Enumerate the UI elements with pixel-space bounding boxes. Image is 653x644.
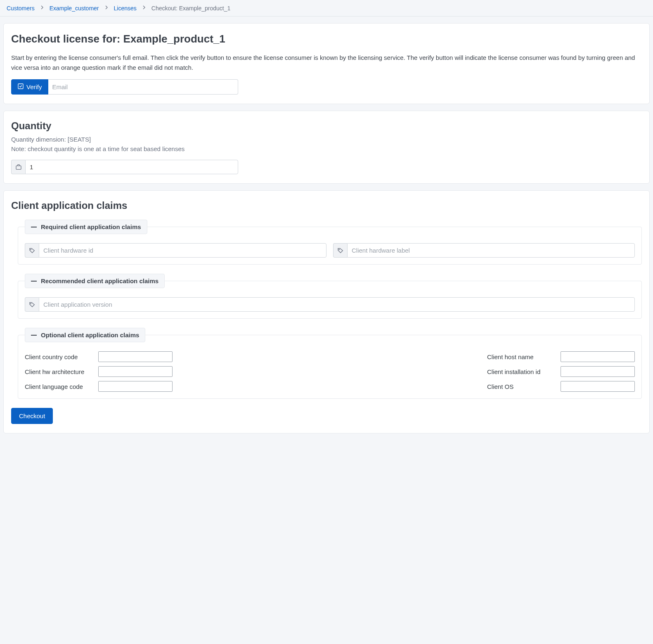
- country-code-label: Client country code: [25, 353, 95, 360]
- chevron-right-icon: [37, 4, 47, 12]
- checkout-button-label: Checkout: [19, 412, 45, 419]
- quantity-note: Note: checkout quantity is one at a time…: [11, 145, 642, 152]
- country-code-input[interactable]: [98, 351, 173, 362]
- language-code-label: Client language code: [25, 383, 95, 390]
- verify-button-label: Verify: [26, 83, 42, 90]
- breadcrumb-link-customer[interactable]: Example_customer: [50, 5, 99, 12]
- checkout-description: Start by entering the license consumer's…: [11, 53, 642, 73]
- svg-point-3: [339, 249, 339, 249]
- svg-point-4: [31, 303, 31, 303]
- hw-arch-input[interactable]: [98, 366, 173, 377]
- os-input[interactable]: [561, 381, 635, 392]
- claims-title: Client application claims: [11, 200, 642, 211]
- os-label: Client OS: [487, 383, 557, 390]
- tag-icon: [25, 297, 39, 312]
- recommended-claims-fieldset: Recommended client application claims: [18, 274, 642, 319]
- breadcrumb-link-licenses[interactable]: Licenses: [114, 5, 137, 12]
- svg-point-2: [31, 249, 31, 249]
- optional-claims-legend-label: Optional client application claims: [41, 331, 139, 339]
- chevron-right-icon: [102, 4, 111, 12]
- recommended-claims-legend[interactable]: Recommended client application claims: [25, 274, 165, 288]
- collapse-icon: [31, 227, 37, 227]
- quantity-input[interactable]: [25, 160, 238, 174]
- breadcrumb: Customers Example_customer Licenses Chec…: [0, 0, 653, 17]
- client-app-version-input[interactable]: [39, 297, 635, 312]
- tag-icon: [333, 243, 347, 258]
- host-name-label: Client host name: [487, 353, 557, 360]
- svg-rect-0: [18, 84, 23, 89]
- optional-claims-legend[interactable]: Optional client application claims: [25, 328, 145, 342]
- check-square-icon: [17, 83, 24, 91]
- installation-id-label: Client installation id: [487, 368, 557, 375]
- required-claims-legend[interactable]: Required client application claims: [25, 220, 147, 234]
- breadcrumb-current: Checkout: Example_product_1: [151, 5, 230, 12]
- page-title: Checkout license for: Example_product_1: [11, 33, 642, 45]
- language-code-input[interactable]: [98, 381, 173, 392]
- quantity-title: Quantity: [11, 120, 642, 132]
- breadcrumb-link-customers[interactable]: Customers: [7, 5, 35, 12]
- claims-section: Client application claims Required clien…: [3, 190, 650, 433]
- hw-arch-label: Client hw architecture: [25, 368, 95, 375]
- collapse-icon: [31, 335, 37, 336]
- required-claims-legend-label: Required client application claims: [41, 223, 141, 230]
- briefcase-icon: [11, 160, 25, 174]
- collapse-icon: [31, 281, 37, 282]
- quantity-section: Quantity Quantity dimension: [SEATS] Not…: [3, 111, 650, 184]
- tag-icon: [25, 243, 39, 258]
- installation-id-input[interactable]: [561, 366, 635, 377]
- optional-claims-fieldset: Optional client application claims Clien…: [18, 328, 642, 399]
- svg-rect-1: [16, 166, 21, 169]
- quantity-dimension: Quantity dimension: [SEATS]: [11, 136, 642, 143]
- email-input[interactable]: [48, 79, 238, 95]
- required-claims-fieldset: Required client application claims: [18, 220, 642, 265]
- host-name-input[interactable]: [561, 351, 635, 362]
- client-hardware-label-input[interactable]: [347, 243, 635, 258]
- checkout-section: Checkout license for: Example_product_1 …: [3, 23, 650, 104]
- client-hardware-id-input[interactable]: [39, 243, 326, 258]
- recommended-claims-legend-label: Recommended client application claims: [41, 277, 159, 284]
- verify-button[interactable]: Verify: [11, 79, 48, 95]
- chevron-right-icon: [139, 4, 149, 12]
- checkout-button[interactable]: Checkout: [11, 408, 53, 424]
